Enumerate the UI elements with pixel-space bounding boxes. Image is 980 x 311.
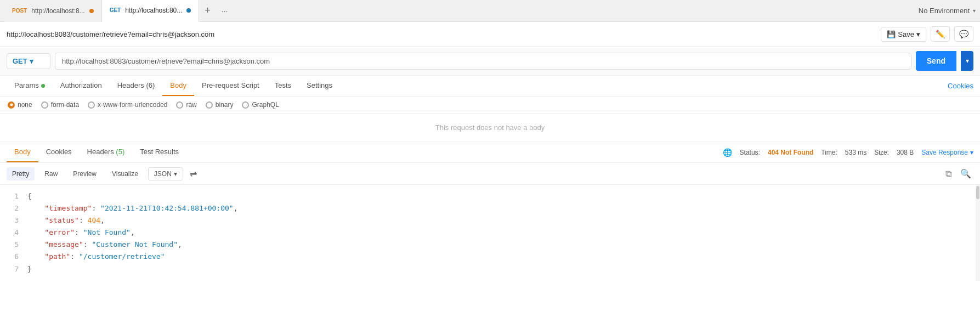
request-tabs: Params Authorization Headers (6) Body Pr…: [0, 76, 980, 97]
chevron-down-icon: ▾: [973, 8, 976, 14]
get-tab[interactable]: GET http://localhost:80...: [102, 0, 200, 22]
save-dropdown-chevron: ▾: [916, 30, 920, 38]
json-line-6: 6 "path": "/customer/retrieve": [9, 251, 971, 263]
get-method-label: GET: [110, 7, 121, 13]
params-dot: [41, 84, 45, 88]
body-type-row: none form-data x-www-form-urlencoded raw…: [0, 97, 980, 114]
url-display-bar: http://localhost:8083/customer/retrieve?…: [0, 22, 980, 47]
urlencoded-label: x-www-form-urlencoded: [98, 101, 167, 109]
response-status-bar: 🌐 Status: 404 Not Found Time: 533 ms Siz…: [723, 148, 973, 157]
json-type-chevron-icon: ▾: [174, 170, 177, 178]
raw-button[interactable]: Raw: [39, 167, 63, 180]
visualize-button[interactable]: Visualize: [106, 167, 144, 180]
filter-icon[interactable]: ⇌: [188, 166, 199, 181]
json-line-1: 1 {: [9, 190, 971, 202]
size-label: Size:: [874, 149, 889, 156]
time-value: 533 ms: [845, 149, 866, 156]
status-value: 404 Not Found: [768, 149, 813, 156]
body-tab[interactable]: Body: [162, 76, 194, 96]
format-row: Pretty Raw Preview Visualize JSON ▾ ⇌ ⧉ …: [0, 163, 980, 185]
tests-tab[interactable]: Tests: [267, 76, 299, 96]
env-label: No Environment: [919, 7, 970, 15]
urlencoded-radio[interactable]: [88, 101, 95, 109]
post-tab-dot: [89, 9, 94, 13]
graphql-radio[interactable]: [242, 101, 249, 109]
resp-test-results-tab[interactable]: Test Results: [132, 142, 186, 162]
form-data-option[interactable]: form-data: [41, 101, 79, 109]
save-response-label: Save Response: [921, 149, 968, 156]
method-value: GET: [13, 57, 27, 65]
save-icon: 💾: [887, 30, 896, 38]
headers-count-badge: (5): [116, 148, 124, 156]
search-icon[interactable]: 🔍: [958, 166, 973, 181]
resp-headers-tab[interactable]: Headers (5): [80, 142, 133, 162]
save-button[interactable]: 💾 Save ▾: [881, 27, 926, 42]
urlencoded-option[interactable]: x-www-form-urlencoded: [88, 101, 167, 109]
copy-icon[interactable]: ⧉: [943, 167, 954, 181]
no-body-message: This request does not have a body: [0, 114, 980, 142]
globe-icon: 🌐: [723, 148, 732, 157]
method-chevron-icon: ▾: [30, 57, 33, 65]
none-radio[interactable]: [8, 101, 15, 109]
tab-bar: POST http://localhost:8... GET http://lo…: [0, 0, 980, 22]
pre-request-tab[interactable]: Pre-request Script: [194, 76, 267, 96]
size-value: 308 B: [897, 149, 914, 156]
more-tabs-button[interactable]: ···: [216, 7, 234, 15]
resp-cookies-tab[interactable]: Cookies: [38, 142, 80, 162]
raw-radio[interactable]: [176, 101, 183, 109]
url-input[interactable]: [55, 53, 911, 70]
send-button[interactable]: Send: [916, 51, 956, 71]
form-data-label: form-data: [51, 101, 79, 109]
json-type-dropdown[interactable]: JSON ▾: [148, 167, 183, 180]
save-response-chevron-icon: ▾: [970, 149, 973, 156]
time-label: Time:: [821, 149, 837, 156]
resp-body-tab[interactable]: Body: [7, 142, 38, 162]
status-label: Status:: [740, 149, 760, 156]
request-row: GET ▾ Send ▾: [0, 47, 980, 76]
edit-button[interactable]: ✏️: [931, 26, 950, 42]
pretty-button[interactable]: Pretty: [7, 167, 35, 180]
headers-badge: (6): [146, 81, 155, 89]
response-tabs: Body Cookies Headers (5) Test Results 🌐 …: [0, 142, 980, 163]
json-viewer: 1 { 2 "timestamp": "2021-11-21T10:42:54.…: [0, 185, 980, 281]
json-line-3: 3 "status": 404,: [9, 214, 971, 227]
method-dropdown[interactable]: GET ▾: [7, 53, 50, 69]
json-line-4: 4 "error": "Not Found",: [9, 227, 971, 239]
comment-button[interactable]: 💬: [954, 26, 973, 42]
binary-label: binary: [216, 101, 234, 109]
get-tab-dot: [186, 8, 191, 13]
environment-selector[interactable]: No Environment ▾: [919, 7, 976, 15]
none-option[interactable]: none: [8, 101, 32, 109]
json-type-label: JSON: [154, 170, 172, 178]
graphql-option[interactable]: GraphQL: [242, 101, 279, 109]
binary-radio[interactable]: [206, 101, 213, 109]
form-data-radio[interactable]: [41, 101, 48, 109]
binary-option[interactable]: binary: [206, 101, 234, 109]
url-display-text: http://localhost:8083/customer/retrieve?…: [7, 30, 214, 38]
send-dropdown-button[interactable]: ▾: [961, 51, 973, 71]
scrollbar-track[interactable]: [976, 185, 980, 281]
settings-tab[interactable]: Settings: [299, 76, 340, 96]
preview-button[interactable]: Preview: [67, 167, 102, 180]
none-label: none: [18, 101, 32, 109]
graphql-label: GraphQL: [252, 101, 279, 109]
authorization-tab[interactable]: Authorization: [53, 76, 110, 96]
url-bar-actions: 💾 Save ▾ ✏️ 💬: [881, 26, 973, 42]
add-tab-button[interactable]: +: [199, 5, 216, 16]
response-section: Body Cookies Headers (5) Test Results 🌐 …: [0, 142, 980, 281]
post-tab[interactable]: POST http://localhost:8...: [4, 0, 102, 22]
cookies-link[interactable]: Cookies: [948, 76, 973, 95]
post-tab-url: http://localhost:8...: [31, 7, 84, 15]
save-label: Save: [898, 30, 914, 38]
save-response-button[interactable]: Save Response ▾: [921, 149, 973, 156]
headers-tab[interactable]: Headers (6): [110, 76, 163, 96]
raw-label: raw: [186, 101, 196, 109]
get-tab-url: http://localhost:80...: [125, 7, 182, 14]
raw-option[interactable]: raw: [176, 101, 196, 109]
params-tab[interactable]: Params: [7, 76, 53, 96]
resp-format-right: ⧉ 🔍: [943, 166, 973, 181]
scrollbar-thumb[interactable]: [976, 186, 979, 199]
json-line-2: 2 "timestamp": "2021-11-21T10:42:54.881+…: [9, 202, 971, 214]
json-line-5: 5 "message": "Customer Not Found",: [9, 239, 971, 251]
post-method-label: POST: [12, 8, 27, 14]
